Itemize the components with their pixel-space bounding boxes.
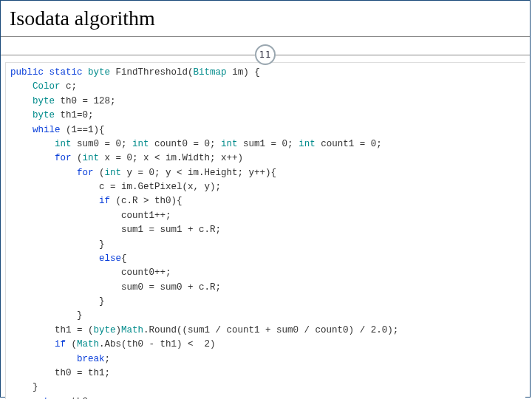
kw-static: static <box>50 67 83 78</box>
kw-else: else <box>99 253 121 264</box>
code-listing: public static byte FindThreshold(Bitmap … <box>10 66 521 399</box>
slide-frame: Isodata algorithm 11 public static byte … <box>0 0 531 398</box>
code-block: public static byte FindThreshold(Bitmap … <box>5 62 525 399</box>
kw-break: break <box>77 354 105 364</box>
kw-if: if <box>99 196 110 206</box>
kw-if: if <box>55 339 66 349</box>
type-int: int <box>105 168 122 178</box>
type-byte: byte <box>88 67 110 78</box>
type-byte: byte <box>94 325 116 335</box>
kw-public: public <box>10 67 44 78</box>
page-number-badge: 11 <box>255 44 276 65</box>
type-color: Color <box>33 81 61 92</box>
type-byte: byte <box>33 110 55 120</box>
type-byte: byte <box>33 96 55 106</box>
type-int: int <box>221 139 238 149</box>
type-math: Math <box>121 325 143 335</box>
type-int: int <box>132 139 149 149</box>
type-math: Math <box>77 339 99 349</box>
kw-for: for <box>77 168 94 178</box>
kw-while: while <box>33 125 61 135</box>
type-int: int <box>83 153 100 163</box>
slide-title: Isodata algorithm <box>1 1 530 35</box>
kw-return: return <box>33 397 66 399</box>
type-int: int <box>55 139 72 149</box>
type-bitmap: Bitmap <box>194 67 227 78</box>
divider-top <box>1 36 530 37</box>
type-int: int <box>299 139 316 149</box>
kw-for: for <box>55 153 72 163</box>
